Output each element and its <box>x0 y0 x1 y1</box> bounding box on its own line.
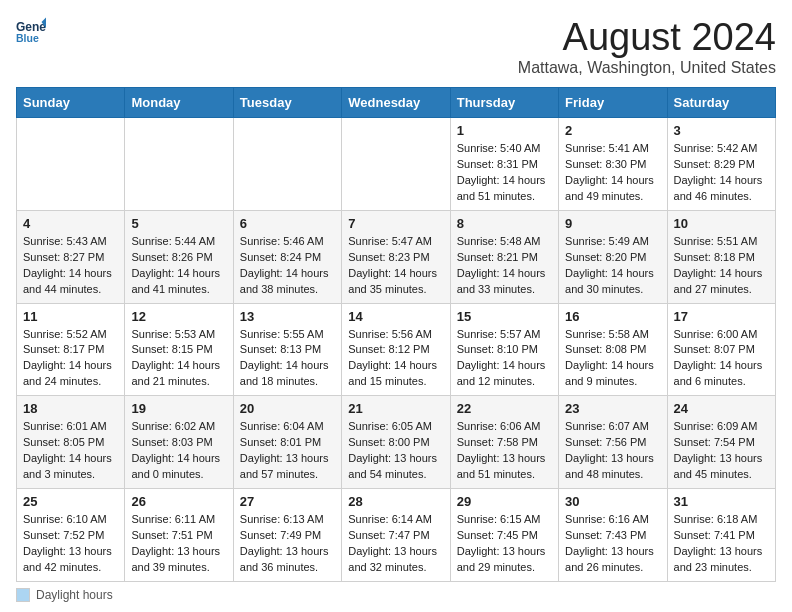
week-row-4: 18Sunrise: 6:01 AM Sunset: 8:05 PM Dayli… <box>17 396 776 489</box>
footer-legend: Daylight hours <box>16 588 776 602</box>
day-number: 14 <box>348 309 443 324</box>
day-info: Sunrise: 6:18 AM Sunset: 7:41 PM Dayligh… <box>674 512 769 576</box>
day-number: 28 <box>348 494 443 509</box>
day-info: Sunrise: 6:10 AM Sunset: 7:52 PM Dayligh… <box>23 512 118 576</box>
day-info: Sunrise: 5:42 AM Sunset: 8:29 PM Dayligh… <box>674 141 769 205</box>
day-info: Sunrise: 5:47 AM Sunset: 8:23 PM Dayligh… <box>348 234 443 298</box>
day-info: Sunrise: 5:41 AM Sunset: 8:30 PM Dayligh… <box>565 141 660 205</box>
day-number: 29 <box>457 494 552 509</box>
weekday-header-saturday: Saturday <box>667 88 775 118</box>
day-info: Sunrise: 5:48 AM Sunset: 8:21 PM Dayligh… <box>457 234 552 298</box>
day-number: 26 <box>131 494 226 509</box>
svg-text:Blue: Blue <box>16 32 39 44</box>
day-info: Sunrise: 5:55 AM Sunset: 8:13 PM Dayligh… <box>240 327 335 391</box>
day-number: 16 <box>565 309 660 324</box>
legend-label: Daylight hours <box>36 588 113 602</box>
day-info: Sunrise: 6:02 AM Sunset: 8:03 PM Dayligh… <box>131 419 226 483</box>
day-number: 7 <box>348 216 443 231</box>
day-cell: 28Sunrise: 6:14 AM Sunset: 7:47 PM Dayli… <box>342 489 450 582</box>
day-info: Sunrise: 6:05 AM Sunset: 8:00 PM Dayligh… <box>348 419 443 483</box>
day-number: 13 <box>240 309 335 324</box>
day-info: Sunrise: 5:53 AM Sunset: 8:15 PM Dayligh… <box>131 327 226 391</box>
day-number: 23 <box>565 401 660 416</box>
logo: General Blue <box>16 16 46 46</box>
day-info: Sunrise: 6:09 AM Sunset: 7:54 PM Dayligh… <box>674 419 769 483</box>
day-info: Sunrise: 6:06 AM Sunset: 7:58 PM Dayligh… <box>457 419 552 483</box>
weekday-header-thursday: Thursday <box>450 88 558 118</box>
day-cell: 19Sunrise: 6:02 AM Sunset: 8:03 PM Dayli… <box>125 396 233 489</box>
day-number: 19 <box>131 401 226 416</box>
day-cell: 31Sunrise: 6:18 AM Sunset: 7:41 PM Dayli… <box>667 489 775 582</box>
day-number: 10 <box>674 216 769 231</box>
title-area: August 2024 Mattawa, Washington, United … <box>518 16 776 77</box>
day-info: Sunrise: 5:56 AM Sunset: 8:12 PM Dayligh… <box>348 327 443 391</box>
weekday-header-tuesday: Tuesday <box>233 88 341 118</box>
day-cell: 23Sunrise: 6:07 AM Sunset: 7:56 PM Dayli… <box>559 396 667 489</box>
weekday-header-row: SundayMondayTuesdayWednesdayThursdayFrid… <box>17 88 776 118</box>
day-info: Sunrise: 5:40 AM Sunset: 8:31 PM Dayligh… <box>457 141 552 205</box>
day-cell: 15Sunrise: 5:57 AM Sunset: 8:10 PM Dayli… <box>450 303 558 396</box>
day-cell: 13Sunrise: 5:55 AM Sunset: 8:13 PM Dayli… <box>233 303 341 396</box>
day-info: Sunrise: 6:13 AM Sunset: 7:49 PM Dayligh… <box>240 512 335 576</box>
day-cell: 29Sunrise: 6:15 AM Sunset: 7:45 PM Dayli… <box>450 489 558 582</box>
day-number: 17 <box>674 309 769 324</box>
day-info: Sunrise: 5:51 AM Sunset: 8:18 PM Dayligh… <box>674 234 769 298</box>
day-number: 6 <box>240 216 335 231</box>
day-info: Sunrise: 5:58 AM Sunset: 8:08 PM Dayligh… <box>565 327 660 391</box>
calendar-table: SundayMondayTuesdayWednesdayThursdayFrid… <box>16 87 776 582</box>
day-cell: 12Sunrise: 5:53 AM Sunset: 8:15 PM Dayli… <box>125 303 233 396</box>
day-cell: 5Sunrise: 5:44 AM Sunset: 8:26 PM Daylig… <box>125 210 233 303</box>
day-cell: 22Sunrise: 6:06 AM Sunset: 7:58 PM Dayli… <box>450 396 558 489</box>
day-number: 12 <box>131 309 226 324</box>
day-info: Sunrise: 6:04 AM Sunset: 8:01 PM Dayligh… <box>240 419 335 483</box>
day-info: Sunrise: 5:46 AM Sunset: 8:24 PM Dayligh… <box>240 234 335 298</box>
logo-icon: General Blue <box>16 16 46 46</box>
day-number: 15 <box>457 309 552 324</box>
month-title: August 2024 <box>518 16 776 59</box>
day-cell <box>342 118 450 211</box>
day-info: Sunrise: 6:01 AM Sunset: 8:05 PM Dayligh… <box>23 419 118 483</box>
weekday-header-friday: Friday <box>559 88 667 118</box>
day-cell: 21Sunrise: 6:05 AM Sunset: 8:00 PM Dayli… <box>342 396 450 489</box>
day-info: Sunrise: 5:49 AM Sunset: 8:20 PM Dayligh… <box>565 234 660 298</box>
day-number: 22 <box>457 401 552 416</box>
day-cell: 1Sunrise: 5:40 AM Sunset: 8:31 PM Daylig… <box>450 118 558 211</box>
day-number: 4 <box>23 216 118 231</box>
day-number: 11 <box>23 309 118 324</box>
day-info: Sunrise: 6:14 AM Sunset: 7:47 PM Dayligh… <box>348 512 443 576</box>
day-cell: 8Sunrise: 5:48 AM Sunset: 8:21 PM Daylig… <box>450 210 558 303</box>
location-subtitle: Mattawa, Washington, United States <box>518 59 776 77</box>
day-cell: 4Sunrise: 5:43 AM Sunset: 8:27 PM Daylig… <box>17 210 125 303</box>
day-cell: 7Sunrise: 5:47 AM Sunset: 8:23 PM Daylig… <box>342 210 450 303</box>
page-header: General Blue August 2024 Mattawa, Washin… <box>16 16 776 77</box>
day-cell: 30Sunrise: 6:16 AM Sunset: 7:43 PM Dayli… <box>559 489 667 582</box>
week-row-5: 25Sunrise: 6:10 AM Sunset: 7:52 PM Dayli… <box>17 489 776 582</box>
week-row-1: 1Sunrise: 5:40 AM Sunset: 8:31 PM Daylig… <box>17 118 776 211</box>
day-info: Sunrise: 6:11 AM Sunset: 7:51 PM Dayligh… <box>131 512 226 576</box>
weekday-header-wednesday: Wednesday <box>342 88 450 118</box>
day-cell: 16Sunrise: 5:58 AM Sunset: 8:08 PM Dayli… <box>559 303 667 396</box>
day-info: Sunrise: 5:44 AM Sunset: 8:26 PM Dayligh… <box>131 234 226 298</box>
day-cell: 24Sunrise: 6:09 AM Sunset: 7:54 PM Dayli… <box>667 396 775 489</box>
day-cell: 14Sunrise: 5:56 AM Sunset: 8:12 PM Dayli… <box>342 303 450 396</box>
day-info: Sunrise: 6:16 AM Sunset: 7:43 PM Dayligh… <box>565 512 660 576</box>
day-number: 30 <box>565 494 660 509</box>
day-cell: 6Sunrise: 5:46 AM Sunset: 8:24 PM Daylig… <box>233 210 341 303</box>
weekday-header-sunday: Sunday <box>17 88 125 118</box>
legend-color-box <box>16 588 30 602</box>
day-info: Sunrise: 5:52 AM Sunset: 8:17 PM Dayligh… <box>23 327 118 391</box>
day-number: 5 <box>131 216 226 231</box>
day-cell: 17Sunrise: 6:00 AM Sunset: 8:07 PM Dayli… <box>667 303 775 396</box>
week-row-2: 4Sunrise: 5:43 AM Sunset: 8:27 PM Daylig… <box>17 210 776 303</box>
day-cell: 3Sunrise: 5:42 AM Sunset: 8:29 PM Daylig… <box>667 118 775 211</box>
day-info: Sunrise: 5:43 AM Sunset: 8:27 PM Dayligh… <box>23 234 118 298</box>
day-number: 18 <box>23 401 118 416</box>
day-number: 8 <box>457 216 552 231</box>
day-cell: 2Sunrise: 5:41 AM Sunset: 8:30 PM Daylig… <box>559 118 667 211</box>
day-number: 3 <box>674 123 769 138</box>
day-cell: 18Sunrise: 6:01 AM Sunset: 8:05 PM Dayli… <box>17 396 125 489</box>
day-number: 31 <box>674 494 769 509</box>
day-info: Sunrise: 6:00 AM Sunset: 8:07 PM Dayligh… <box>674 327 769 391</box>
day-cell: 9Sunrise: 5:49 AM Sunset: 8:20 PM Daylig… <box>559 210 667 303</box>
day-info: Sunrise: 5:57 AM Sunset: 8:10 PM Dayligh… <box>457 327 552 391</box>
